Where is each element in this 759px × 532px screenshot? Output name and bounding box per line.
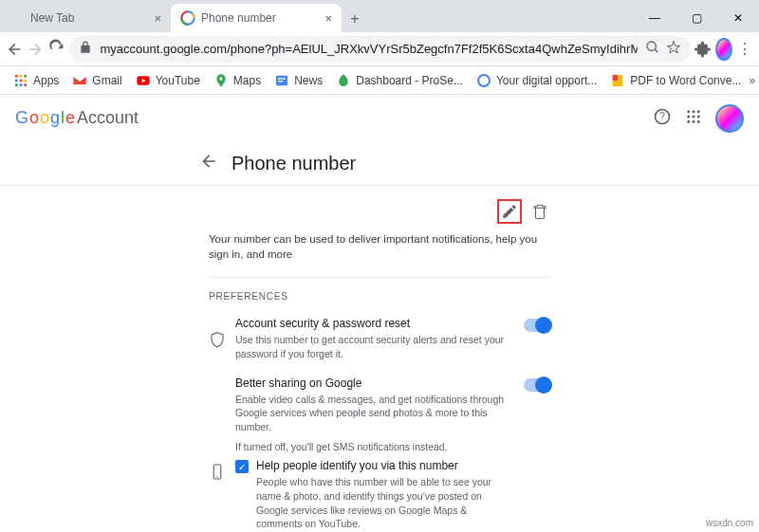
url-text: myaccount.google.com/phone?ph=AElUL_JRXk… [100,42,637,56]
browser-titlebar: New Tab × Phone number × + — ▢ ✕ [0,0,759,32]
help-icon[interactable]: ? [653,107,672,130]
content-scroll[interactable]: Your number can be used to deliver impor… [0,186,759,532]
svg-point-27 [697,115,700,118]
star-icon[interactable] [666,40,681,58]
maps-pin-icon [213,73,229,88]
profile-avatar[interactable] [715,38,731,61]
maximize-button[interactable]: ▢ [676,4,717,32]
svg-point-26 [693,115,695,118]
bookmark-maps[interactable]: Maps [208,69,267,92]
browser-tab[interactable]: Phone number × [171,4,342,32]
close-tab-icon[interactable]: × [324,11,332,26]
svg-line-2 [655,49,657,52]
svg-rect-10 [20,83,23,86]
google-logo[interactable]: Google [15,108,75,128]
bookmark-label: Gmail [92,74,121,87]
bookmark-dashboard[interactable]: Dashboard - ProSe... [330,69,469,92]
phone-device-icon [209,376,226,532]
tab-label: New Tab [30,11,74,25]
extensions-icon[interactable] [694,36,712,63]
edit-button-highlight [497,199,522,224]
tab-favicon [9,10,25,26]
svg-rect-11 [24,83,27,86]
window-controls: — ▢ ✕ [634,4,759,32]
svg-rect-7 [20,79,23,82]
watermark: wsxdn.com [706,518,753,528]
svg-point-25 [687,115,690,118]
shield-icon [209,317,226,360]
svg-rect-9 [15,83,18,86]
gmail-icon [72,73,87,88]
svg-rect-15 [278,78,286,79]
svg-point-30 [697,119,700,122]
bookmark-label: News [294,74,323,87]
account-header: Google Account ? [0,95,759,142]
pref-subtitle: Enable video calls & messages, and get n… [235,393,514,434]
svg-rect-19 [613,75,618,81]
toggle-better-sharing[interactable] [524,378,550,392]
page-title: Phone number [231,153,356,174]
forward-button[interactable] [27,36,44,63]
bookmark-pdf[interactable]: PDF to Word Conve... [604,69,747,92]
svg-point-13 [219,77,222,80]
bookmark-youtube[interactable]: YouTube [130,69,206,92]
bookmarks-bar: Apps Gmail YouTube Maps News Dashboard -… [0,66,759,95]
bookmark-news[interactable]: News [268,69,328,92]
svg-rect-6 [15,79,18,82]
bookmark-apps[interactable]: Apps [8,69,65,92]
apps-icon [13,73,28,88]
back-button[interactable] [6,36,23,63]
youtube-icon [136,73,151,88]
product-name: Account [77,108,139,128]
chrome-menu-icon[interactable]: ⋮ [736,36,753,63]
close-window-button[interactable]: ✕ [717,4,759,32]
reload-button[interactable] [48,36,65,63]
section-preferences: PREFERENCES [209,291,550,302]
svg-point-22 [687,110,690,113]
toggle-account-security[interactable] [524,319,550,332]
back-arrow-icon[interactable] [199,152,218,175]
pref-account-security: Account security & password reset Use th… [209,311,550,370]
new-tab-button[interactable]: + [342,6,368,32]
svg-rect-8 [24,79,27,82]
phone-desc: Your number can be used to deliver impor… [209,231,550,278]
minimize-button[interactable]: — [634,4,676,32]
apps-grid-icon[interactable] [685,108,702,129]
news-icon [274,73,289,88]
bookmark-label: Maps [233,74,261,87]
subpref-sub: People who have this number will be able… [256,475,514,531]
subpref-identify: ✓ Help people identify you via this numb… [235,459,514,532]
bookmark-digital[interactable]: Your digital opport... [471,69,602,92]
bookmarks-overflow-icon[interactable]: » [749,74,759,87]
tab-label: Phone number [201,11,276,25]
leaf-icon [336,73,351,88]
pref-title: Better sharing on Google [235,376,514,390]
pref-title: Account security & password reset [235,317,514,330]
zoom-icon[interactable] [645,40,660,58]
address-bar[interactable]: myaccount.google.com/phone?ph=AElUL_JRXk… [69,36,690,63]
pdf-icon [610,73,625,88]
svg-point-32 [216,476,218,478]
svg-point-28 [687,119,690,122]
svg-point-29 [693,119,695,122]
bookmark-label: Apps [33,74,59,87]
svg-point-17 [478,75,490,86]
trash-delete-icon[interactable] [531,203,548,220]
checkbox-identify[interactable]: ✓ [235,460,249,473]
lock-icon [79,41,92,57]
svg-rect-4 [20,75,23,78]
google-g-icon [476,73,491,88]
svg-point-24 [697,110,700,113]
browser-tab[interactable]: New Tab × [0,4,171,32]
close-tab-icon[interactable]: × [154,11,161,26]
svg-point-1 [647,42,656,50]
pref-better-sharing: Better sharing on Google Enable video ca… [209,371,550,532]
bookmark-label: Your digital opport... [496,74,597,87]
pencil-edit-icon[interactable] [501,203,518,220]
svg-point-23 [693,110,695,113]
bookmark-label: PDF to Word Conve... [630,74,741,87]
bookmark-gmail[interactable]: Gmail [66,69,127,92]
pref-extra: If turned off, you'll get SMS notificati… [235,440,514,454]
svg-rect-3 [15,75,18,78]
account-avatar[interactable] [715,104,744,133]
